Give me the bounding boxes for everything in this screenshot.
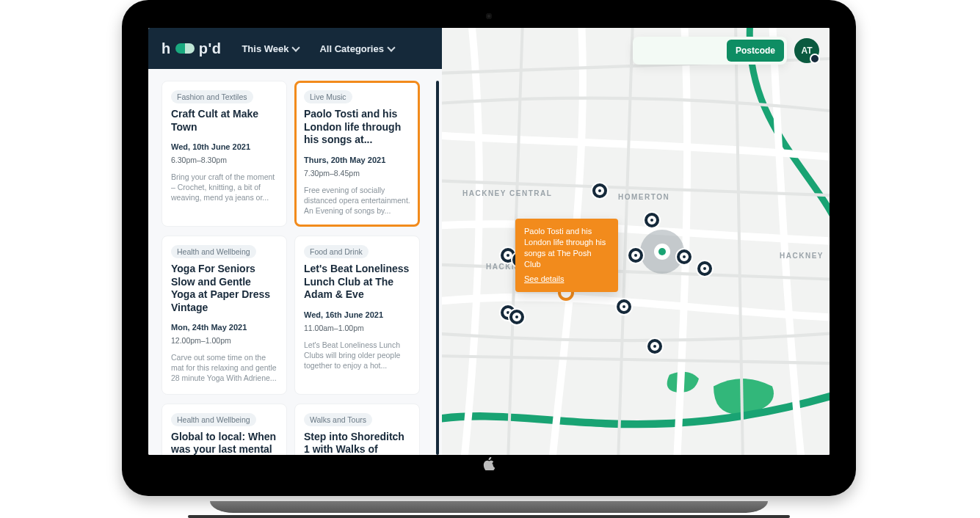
event-category-tag: Live Music (304, 90, 352, 103)
map-area-label: HACKNEY CENTRAL (462, 189, 552, 197)
map-roads-svg (442, 28, 830, 455)
left-panel: h p'd This Week All Categories Fashion a… (148, 28, 442, 455)
filter-this-week-label: This Week (242, 43, 288, 54)
camera-dot (486, 13, 492, 19)
map-pin[interactable] (677, 249, 692, 264)
events-grid: Fashion and TextilesCraft Cult at Make T… (161, 81, 433, 455)
brand-prefix: h (161, 40, 171, 57)
event-description: Free evening of socially distanced opera… (304, 185, 410, 216)
event-description: Bring your craft of the moment – Crochet… (171, 172, 277, 203)
brand-pill-icon (175, 43, 195, 54)
event-card[interactable]: Walks and ToursStep into Shoreditch 1 wi… (294, 404, 420, 455)
event-card[interactable]: Live MusicPaolo Tosti and his London lif… (294, 81, 420, 227)
avatar-initials: AT (801, 45, 812, 56)
filter-this-week[interactable]: This Week (242, 43, 299, 54)
event-time: 7.30pm–8.45pm (304, 169, 410, 178)
map-pin[interactable] (617, 299, 631, 314)
brand-logo[interactable]: h p'd (161, 40, 221, 57)
device-frame: h p'd This Week All Categories Fashion a… (122, 0, 856, 518)
filter-all-categories[interactable]: All Categories (319, 43, 393, 54)
chevron-down-icon (387, 43, 395, 51)
search-box: Postcode (633, 37, 787, 65)
device-bezel: h p'd This Week All Categories Fashion a… (122, 0, 856, 496)
events-container: Fashion and TextilesCraft Cult at Make T… (148, 69, 442, 455)
event-date: Wed, 16th June 2021 (304, 310, 410, 319)
map-pin[interactable] (592, 183, 607, 198)
event-title: Let's Beat Loneliness Lunch Club at The … (304, 263, 410, 302)
event-description: Let's Beat Loneliness Lunch Clubs will b… (304, 340, 410, 371)
map-area-label: HACKNEY (780, 252, 824, 260)
event-title: Paolo Tosti and his London life through … (304, 108, 410, 147)
device-stand (210, 501, 768, 513)
event-title: Step into Shoreditch 1 with Walks of Int… (304, 431, 410, 455)
event-time: 11.00am–1.00pm (304, 324, 410, 332)
event-card[interactable]: Health and WellbeingGlobal to local: Whe… (161, 404, 287, 455)
event-category-tag: Health and Wellbeing (171, 413, 256, 426)
filter-all-categories-label: All Categories (319, 43, 383, 54)
map-pin[interactable] (628, 248, 643, 263)
map-pin[interactable] (645, 213, 659, 227)
event-title: Craft Cult at Make Town (171, 108, 277, 134)
event-card[interactable]: Health and WellbeingYoga For Seniors Slo… (161, 236, 287, 395)
event-date: Mon, 24th May 2021 (171, 323, 277, 332)
event-description: Carve out some time on the mat for this … (171, 352, 277, 384)
chevron-down-icon (292, 43, 300, 51)
app-screen: h p'd This Week All Categories Fashion a… (148, 28, 830, 455)
event-category-tag: Fashion and Textiles (171, 90, 253, 103)
user-location-dot (658, 248, 666, 255)
search-wrap: Postcode AT (633, 37, 819, 65)
map-area-label: HOMERTON (618, 193, 669, 201)
tooltip-title: Paolo Tosti and his London life through … (524, 226, 609, 269)
event-card[interactable]: Food and DrinkLet's Beat Loneliness Lunc… (294, 236, 420, 395)
event-time: 12.00pm–1.00pm (171, 336, 277, 345)
avatar[interactable]: AT (794, 38, 819, 63)
event-date: Thurs, 20th May 2021 (304, 156, 410, 164)
tooltip-see-details-link[interactable]: See details (524, 274, 564, 285)
event-category-tag: Walks and Tours (304, 413, 372, 426)
apple-logo-icon (483, 457, 495, 474)
event-time: 6.30pm–8.30pm (171, 156, 277, 164)
scrollbar[interactable] (436, 81, 439, 455)
device-stand-shadow (188, 515, 790, 518)
brand-suffix: p'd (199, 40, 222, 57)
map-pin[interactable] (647, 339, 662, 354)
postcode-input[interactable] (639, 45, 727, 56)
event-category-tag: Food and Drink (304, 245, 369, 258)
event-title: Yoga For Seniors Slow and Gentle Yoga at… (171, 263, 277, 314)
event-date: Wed, 10th June 2021 (171, 142, 277, 151)
event-title: Global to local: When was your last ment… (171, 431, 277, 455)
map-view[interactable]: HACKNEY CENTRAL HOMERTON HACKN HACKNEY (442, 28, 830, 455)
map-pin[interactable] (509, 310, 524, 324)
map-pin[interactable] (697, 261, 712, 276)
postcode-button[interactable]: Postcode (727, 40, 784, 62)
top-bar: h p'd This Week All Categories (148, 28, 442, 69)
event-category-tag: Health and Wellbeing (171, 245, 256, 258)
map-tooltip: Paolo Tosti and his London life through … (515, 219, 618, 292)
event-card[interactable]: Fashion and TextilesCraft Cult at Make T… (161, 81, 287, 227)
